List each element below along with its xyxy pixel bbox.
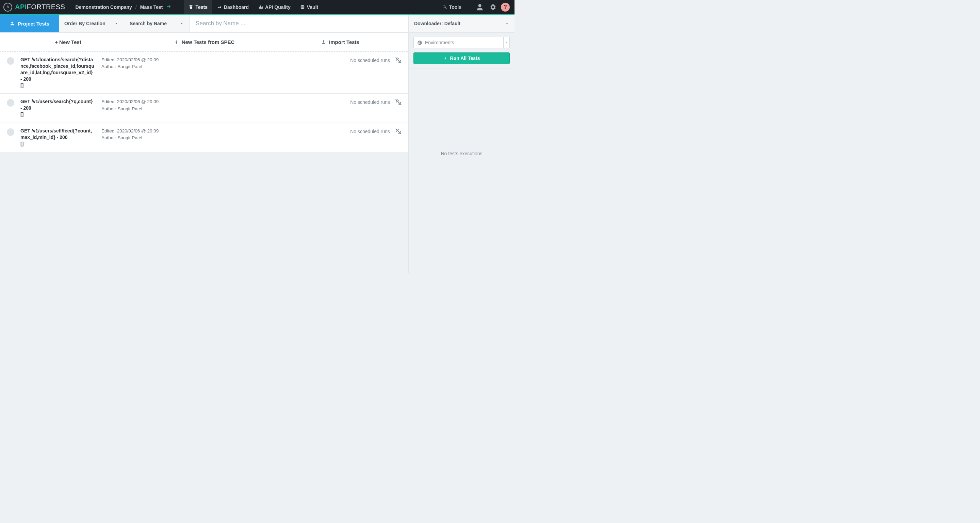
sub-bar: Project Tests Order By Creation Search b…	[0, 14, 514, 33]
right-divider	[409, 68, 514, 69]
brand-api: API	[15, 3, 27, 11]
environments-select[interactable]: Environments	[414, 37, 510, 48]
test-row[interactable]: GET /v1/locations/search{?distance,faceb…	[0, 52, 408, 94]
search-by-dropdown[interactable]: Search by Name	[124, 14, 189, 32]
test-list: GET /v1/locations/search{?distance,faceb…	[0, 52, 408, 152]
test-name: GET /v1/users/search{?q,count} - 200[]	[21, 99, 95, 118]
nav-right: Tools ?	[442, 0, 514, 14]
center-pane: + New Test New Tests from SPEC Import Te…	[0, 33, 408, 273]
nav-tests[interactable]: Tests	[184, 0, 212, 14]
from-spec-label: New Tests from SPEC	[182, 39, 235, 45]
run-all-label: Run All Tests	[450, 56, 480, 61]
tab-project-tests-label: Project Tests	[18, 21, 49, 27]
primary-nav: Tests Dashboard API Quality Vault	[184, 0, 323, 14]
unlink-icon[interactable]	[395, 128, 402, 135]
status-dot	[7, 128, 14, 136]
test-name: GET /v1/locations/search{?distance,faceb…	[21, 56, 95, 89]
nav-tools-label: Tools	[449, 5, 461, 10]
env-caret[interactable]	[503, 37, 509, 48]
chevron-down-icon	[505, 21, 509, 26]
test-meta: Edited: 2020/02/06 @ 20:09Author: Sangit…	[102, 56, 159, 70]
environments-label: Environments	[425, 40, 454, 45]
unlink-icon[interactable]	[395, 56, 402, 64]
globe-icon	[417, 40, 422, 45]
test-schedule: No scheduled runs	[350, 128, 402, 135]
user-icon[interactable]	[475, 2, 485, 12]
upload-icon	[321, 40, 326, 45]
bolt-icon	[443, 56, 447, 60]
brand-logo[interactable]: APIFORTRESS	[0, 0, 70, 14]
test-row[interactable]: GET /v1/users/search{?q,count} - 200[]Ed…	[0, 94, 408, 123]
run-all-button[interactable]: Run All Tests	[414, 53, 510, 64]
search-input[interactable]	[196, 20, 402, 27]
nav-tools[interactable]: Tools	[442, 5, 461, 10]
new-test-label: + New Test	[55, 39, 81, 45]
test-schedule: No scheduled runs	[350, 99, 402, 106]
main-area: + New Test New Tests from SPEC Import Te…	[0, 33, 514, 273]
nav-tests-label: Tests	[195, 5, 208, 10]
nav-apiquality-label: API Quality	[265, 5, 291, 10]
downloader-dropdown[interactable]: Downloader: Default	[408, 14, 514, 32]
nav-dashboard[interactable]: Dashboard	[212, 0, 253, 14]
unlink-icon[interactable]	[395, 99, 402, 106]
nav-dashboard-label: Dashboard	[224, 5, 249, 10]
tab-project-tests[interactable]: Project Tests	[0, 14, 59, 32]
top-nav: APIFORTRESS Demonstration Company / Mass…	[0, 0, 514, 14]
order-by-label: Order By Creation	[64, 21, 105, 26]
gear-icon[interactable]	[488, 2, 498, 12]
from-spec-button[interactable]: New Tests from SPEC	[136, 33, 272, 51]
downloader-label: Downloader: Default	[414, 21, 460, 26]
chevron-down-icon	[115, 21, 118, 26]
brand-fortress: FORTRESS	[27, 3, 65, 11]
right-panel: Environments Run All Tests No tests exec…	[408, 33, 514, 273]
test-row[interactable]: GET /v1/users/self/feed{?count,max_id,mi…	[0, 123, 408, 152]
status-dot	[7, 57, 14, 65]
breadcrumb-sep: /	[135, 5, 137, 10]
search-by-label: Search by Name	[130, 21, 167, 26]
test-meta: Edited: 2020/02/06 @ 20:09Author: Sangit…	[102, 128, 159, 142]
chevron-down-icon	[505, 41, 508, 44]
no-executions-text: No tests executions	[414, 151, 510, 156]
breadcrumb-arrow-icon[interactable]	[166, 4, 172, 10]
actions-row: + New Test New Tests from SPEC Import Te…	[0, 33, 408, 52]
help-icon[interactable]: ?	[501, 3, 510, 11]
brand-mark-icon	[3, 3, 12, 11]
status-dot	[7, 99, 14, 107]
breadcrumb: Demonstration Company / Mass Test	[70, 0, 177, 14]
new-test-button[interactable]: + New Test	[0, 33, 136, 51]
test-schedule: No scheduled runs	[350, 56, 402, 64]
chevron-down-icon	[180, 21, 184, 26]
breadcrumb-company[interactable]: Demonstration Company	[75, 5, 132, 10]
test-name: GET /v1/users/self/feed{?count,max_id,mi…	[21, 128, 95, 147]
order-by-dropdown[interactable]: Order By Creation	[59, 14, 124, 32]
breadcrumb-project[interactable]: Mass Test	[140, 5, 163, 10]
nav-vault-label: Vault	[307, 5, 318, 10]
test-meta: Edited: 2020/02/06 @ 20:09Author: Sangit…	[102, 99, 159, 112]
search-box	[189, 14, 408, 32]
bolt-icon	[174, 40, 179, 45]
nav-vault[interactable]: Vault	[295, 0, 323, 14]
nav-apiquality[interactable]: API Quality	[253, 0, 295, 14]
import-tests-button[interactable]: Import Tests	[272, 33, 408, 51]
import-tests-label: Import Tests	[329, 39, 360, 45]
